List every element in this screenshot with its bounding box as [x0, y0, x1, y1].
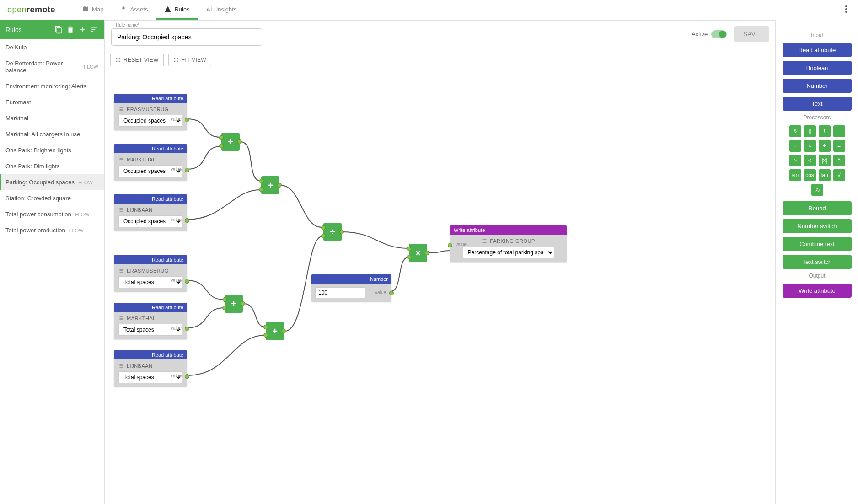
save-button[interactable]: SAVE [734, 26, 769, 42]
rule-item[interactable]: Ons Park: Brighten lights [0, 142, 104, 158]
input-port[interactable] [263, 325, 268, 329]
input-port[interactable] [321, 234, 326, 238]
node-header: Number [311, 274, 391, 284]
node-read-attribute[interactable]: Read attribute LIJNBAAN Total spaces val… [114, 350, 187, 387]
node-read-attribute[interactable]: Read attribute ERASMUSBRUG Total spaces … [114, 255, 187, 292]
op-sin[interactable]: sin [789, 169, 801, 181]
op-sqrt[interactable]: √ [833, 169, 845, 181]
rule-item[interactable]: De Rotterdam: Power balanceFLOW [0, 55, 104, 78]
rule-item[interactable]: Markthal [0, 110, 104, 126]
nav-tab-rules[interactable]: Rules [156, 0, 198, 20]
palette-text[interactable]: Text [783, 97, 852, 111]
op-and[interactable]: & [789, 125, 801, 137]
reset-view-button[interactable]: RESET VIEW [110, 54, 164, 66]
op-gt[interactable]: > [789, 155, 801, 166]
output-port[interactable] [241, 301, 245, 306]
input-port[interactable] [263, 333, 268, 338]
input-port[interactable] [407, 247, 411, 251]
sort-icon[interactable] [90, 26, 98, 34]
output-port[interactable] [185, 374, 189, 379]
node-read-attribute[interactable]: Read attribute MARKTHAL Occupied spaces … [114, 144, 187, 181]
palette-number-switch[interactable]: Number switch [783, 219, 852, 233]
input-port[interactable] [219, 135, 224, 140]
op-times[interactable]: × [804, 140, 816, 152]
rule-item[interactable]: Ons Park: Dim lights [0, 158, 104, 174]
node-number[interactable]: Number value [311, 274, 391, 302]
output-port[interactable] [185, 118, 189, 122]
op-lt[interactable]: < [804, 155, 816, 166]
rule-item[interactable]: Markthal: All chargers in use [0, 126, 104, 142]
rule-item[interactable]: Total power consumptionFLOW [0, 206, 104, 222]
input-port[interactable] [222, 306, 227, 310]
input-port[interactable] [407, 255, 411, 259]
nav-tab-map[interactable]: Map [74, 0, 112, 20]
op-minus[interactable]: - [789, 140, 801, 152]
op-not[interactable]: ! [819, 125, 831, 137]
copy-icon[interactable] [54, 26, 63, 34]
node-read-attribute[interactable]: Read attribute LIJNBAAN Occupied spaces … [114, 194, 187, 231]
flow-canvas[interactable]: RESET VIEW FIT VIEW [105, 48, 775, 504]
node-read-attribute[interactable]: Read attribute ERASMUSBRUG Occupied spac… [114, 94, 187, 130]
output-port[interactable] [389, 291, 394, 295]
rule-item[interactable]: Parking: Occupied spacesFLOW [0, 174, 104, 190]
output-port[interactable] [282, 329, 286, 333]
palette-round[interactable]: Round [783, 201, 852, 215]
palette-text-switch[interactable]: Text switch [783, 255, 852, 269]
output-port[interactable] [425, 251, 429, 255]
node-divide-op[interactable]: ÷ [323, 223, 342, 241]
input-port[interactable] [222, 297, 227, 302]
node-write-attribute[interactable]: Write attribute PARKING GROUP Percentage… [450, 225, 567, 262]
op-plus[interactable]: + [833, 125, 845, 137]
op-eq[interactable]: = [833, 140, 845, 152]
op-abs[interactable]: |x| [819, 155, 831, 166]
output-port[interactable] [185, 218, 189, 223]
node-read-attribute[interactable]: Read attribute MARKTHAL Total spaces val… [114, 303, 187, 339]
palette-combine-text[interactable]: Combine text [783, 237, 852, 251]
output-port[interactable] [185, 327, 189, 331]
node-plus-op[interactable]: + [225, 295, 243, 313]
rule-name-input[interactable] [111, 28, 262, 46]
op-or[interactable]: ‖ [804, 125, 816, 137]
node-plus-op[interactable]: + [221, 133, 240, 151]
palette-boolean[interactable]: Boolean [783, 61, 852, 75]
add-icon[interactable] [78, 26, 86, 34]
output-port[interactable] [277, 183, 282, 188]
op-tan[interactable]: tan [819, 169, 831, 181]
input-port[interactable] [219, 144, 224, 148]
op-pow[interactable]: ^ [833, 155, 845, 166]
node-asset: MARKTHAL [118, 157, 182, 162]
output-port[interactable] [237, 139, 242, 144]
number-input[interactable] [315, 287, 365, 298]
node-times-op[interactable]: × [409, 244, 427, 262]
input-port[interactable] [321, 225, 326, 230]
palette-number[interactable]: Number [783, 79, 852, 93]
op-mod[interactable]: % [811, 184, 823, 196]
panel-section-title: Processors [783, 114, 852, 121]
output-port[interactable] [185, 168, 189, 172]
rule-item[interactable]: Euromast [0, 94, 104, 110]
rule-item[interactable]: Station: Crowded square [0, 190, 104, 206]
active-toggle-switch[interactable] [711, 30, 727, 38]
attribute-select[interactable]: Percentage of total parking spaces in us… [463, 247, 554, 258]
more-menu-icon[interactable] [842, 2, 851, 18]
node-header: Write attribute [450, 225, 567, 235]
rule-item[interactable]: Environment monitoring: Alerts [0, 78, 104, 94]
input-port[interactable] [259, 179, 263, 183]
op-cos[interactable]: cos [804, 169, 816, 181]
rule-item[interactable]: De Kuip [0, 39, 104, 55]
rule-item[interactable]: Total power productionFLOW [0, 222, 104, 238]
palette-read-attribute[interactable]: Read attribute [783, 43, 852, 57]
node-plus-op[interactable]: + [261, 176, 279, 194]
input-port[interactable] [259, 187, 263, 192]
op-div[interactable]: ÷ [819, 140, 831, 152]
node-plus-op[interactable]: + [266, 322, 284, 340]
nav-tab-insights[interactable]: Insights [198, 0, 245, 20]
output-port[interactable] [339, 230, 344, 234]
palette-write-attribute[interactable]: Write attribute [783, 284, 852, 298]
delete-icon[interactable] [66, 26, 75, 34]
nav-tab-assets[interactable]: Assets [112, 0, 156, 20]
fit-view-button[interactable]: FIT VIEW [168, 54, 211, 66]
topbar: openremote Map Assets Rules Insights [0, 0, 858, 20]
input-port[interactable] [448, 243, 452, 247]
output-port[interactable] [185, 279, 189, 284]
